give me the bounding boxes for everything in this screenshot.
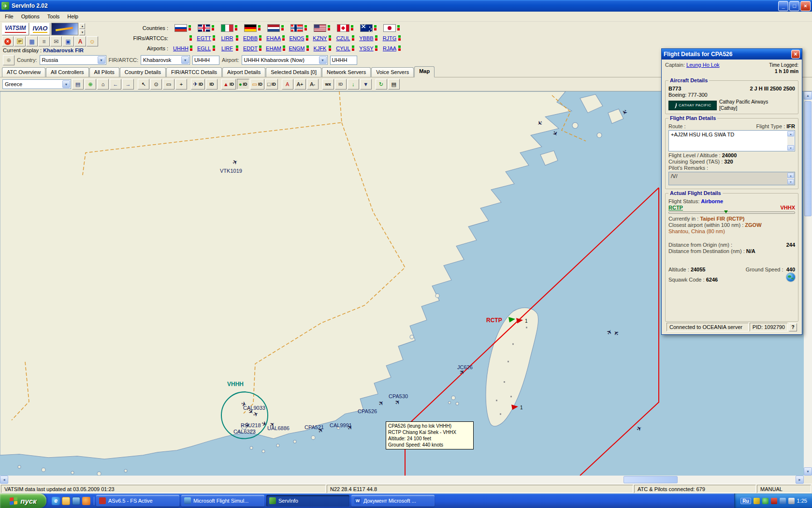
- tab-atc-overview[interactable]: ATC Overview: [2, 67, 45, 77]
- scroll-right-button[interactable]: ►: [796, 476, 804, 484]
- monitor-button[interactable]: ▣: [62, 36, 74, 46]
- menu-help[interactable]: Help: [63, 12, 82, 21]
- help-button[interactable]: ?: [789, 323, 797, 331]
- world-button[interactable]: ⊕: [85, 79, 96, 90]
- captain-link[interactable]: Leung Ho Lok: [686, 62, 720, 68]
- uir-id-button[interactable]: □ID: [265, 79, 278, 90]
- taskbar-task-word[interactable]: W Документ Microsoft ...: [351, 495, 435, 507]
- properties-button[interactable]: ▤: [388, 79, 400, 90]
- fir-link-ehaa[interactable]: EHAA: [266, 35, 281, 41]
- menu-options[interactable]: Options: [17, 12, 44, 21]
- scroll-up-button[interactable]: ▲: [804, 91, 812, 100]
- airport-link-rjaa[interactable]: RJAA: [382, 45, 397, 51]
- download-button[interactable]: ↓: [348, 79, 359, 90]
- home-button[interactable]: ⌂: [97, 79, 109, 90]
- forward-button[interactable]: →: [122, 79, 134, 90]
- aircraft-label[interactable]: RSU218: [241, 422, 261, 428]
- scroll-left-button[interactable]: ◄: [0, 476, 8, 484]
- airport-link-lirf[interactable]: LIRF: [220, 45, 234, 51]
- list-button[interactable]: ≡: [38, 36, 50, 46]
- taskbar-task-servinfo[interactable]: ServInfo: [266, 495, 349, 507]
- aircraft-label[interactable]: CAL9033: [243, 405, 265, 411]
- country-netherlands[interactable]: [264, 24, 287, 32]
- atc-id-button[interactable]: ▲ID: [221, 79, 236, 90]
- pan-button[interactable]: +: [175, 79, 187, 90]
- fir-link-enos[interactable]: ENOS: [289, 35, 304, 41]
- id-gray-button[interactable]: ID: [335, 79, 347, 90]
- font-decrease-button[interactable]: A-: [307, 79, 319, 90]
- airport-link-kjfk[interactable]: KJFK: [313, 45, 327, 51]
- scroll-down-button[interactable]: ▼: [787, 145, 794, 150]
- aircraft-label[interactable]: CAL6323: [233, 429, 256, 434]
- airport-link-uhhh[interactable]: UHHH: [173, 45, 188, 51]
- fir-id-button[interactable]: ●ID: [237, 79, 249, 90]
- taskbar-task-fs[interactable]: Microsoft Flight Simul...: [181, 495, 264, 507]
- airport-link-eddt[interactable]: EDDT: [243, 45, 258, 51]
- filter-button[interactable]: ▼: [360, 79, 372, 90]
- spin-up-button[interactable]: ▲: [79, 23, 85, 29]
- fir-label-rctp[interactable]: RCTP: [486, 317, 502, 324]
- airport-id-button[interactable]: ▭ID: [250, 79, 264, 90]
- vertical-scroll-thumb[interactable]: [804, 101, 812, 216]
- back-button[interactable]: ←: [110, 79, 121, 90]
- start-button[interactable]: пуск: [0, 493, 46, 508]
- id-button[interactable]: ID: [206, 79, 218, 90]
- remarks-box[interactable]: /V/ ▲ ▼: [668, 172, 795, 185]
- region-select[interactable]: Greece ▼: [2, 79, 71, 89]
- airport-link-engm[interactable]: ENGM: [289, 45, 305, 51]
- fir-link-rjtg[interactable]: RJTG: [382, 35, 397, 41]
- tray-icon-1[interactable]: [754, 498, 760, 504]
- airport-link-yssy[interactable]: YSSY: [359, 45, 374, 51]
- disconnect-button[interactable]: ×: [2, 36, 14, 46]
- font-search-button[interactable]: A: [74, 36, 86, 46]
- fir-link-ybbb[interactable]: YBBB: [359, 35, 374, 41]
- fir-link-edbb[interactable]: EDBB: [243, 35, 258, 41]
- horizontal-scroll-thumb[interactable]: [624, 476, 678, 483]
- folder-icon[interactable]: [62, 497, 70, 505]
- tab-all-pilots[interactable]: All Pilots: [89, 67, 119, 77]
- airport-select[interactable]: UHHH Khabarovsk (Now) ▼: [242, 55, 328, 65]
- country-norway[interactable]: [287, 24, 310, 32]
- country-canada[interactable]: [334, 24, 357, 32]
- tab-selected-details[interactable]: Selected Details [0]: [266, 67, 321, 77]
- spin-down-button[interactable]: ▼: [79, 30, 85, 35]
- fir-link-egtt[interactable]: EGTT: [197, 35, 211, 41]
- aircraft-label[interactable]: CPA521: [304, 424, 324, 430]
- country-italy[interactable]: [218, 24, 241, 32]
- country-germany[interactable]: [241, 24, 264, 32]
- language-indicator[interactable]: Ru: [740, 498, 751, 504]
- ivao-logo-button[interactable]: IVAO: [30, 23, 51, 35]
- airport-link-eham[interactable]: EHAM: [266, 45, 281, 51]
- tray-icon-5[interactable]: [788, 498, 795, 504]
- fir-select[interactable]: Khabarovsk ▼: [141, 55, 190, 65]
- flight-panel-close-button[interactable]: ×: [791, 50, 800, 59]
- menu-file[interactable]: File: [1, 12, 17, 21]
- taskbar-task-asv[interactable]: ASv6.5 - FS Active: [96, 495, 179, 507]
- country-japan[interactable]: [380, 24, 403, 32]
- chat-button[interactable]: ✉: [50, 36, 62, 46]
- globe-locate-icon[interactable]: [786, 273, 795, 282]
- aircraft-label[interactable]: UAL6886: [267, 425, 290, 431]
- scroll-up-button[interactable]: ▲: [787, 173, 794, 178]
- aircraft-label[interactable]: CPA526: [358, 408, 377, 414]
- close-button[interactable]: ×: [800, 1, 811, 11]
- tab-map[interactable]: Map: [414, 66, 435, 77]
- map-horizontal-scrollbar[interactable]: ◄ ►: [0, 476, 804, 484]
- country-uk[interactable]: [194, 24, 218, 32]
- airport-label-vhhh[interactable]: VHHH: [227, 381, 244, 388]
- tab-airport-details[interactable]: Airport Details: [222, 67, 265, 77]
- origin-airport-link[interactable]: RCTP: [668, 205, 683, 210]
- aircraft-label[interactable]: JC626: [457, 364, 473, 370]
- airport-link-cyul[interactable]: CYUL: [336, 45, 350, 51]
- tray-icon-4[interactable]: [780, 498, 786, 504]
- minimize-button[interactable]: _: [778, 1, 788, 11]
- aircraft-label[interactable]: CAL9991: [330, 422, 352, 428]
- zoom-button[interactable]: ⊙: [150, 79, 162, 90]
- vatsim-logo-button[interactable]: VATSIM: [2, 23, 29, 35]
- scroll-up-button[interactable]: ▲: [787, 131, 794, 136]
- ip-button[interactable]: IP: [14, 36, 26, 46]
- fir-link-kzny[interactable]: KZNY: [313, 35, 327, 41]
- grid-button[interactable]: ▦: [26, 36, 38, 46]
- smiley-button[interactable]: ☺: [87, 36, 98, 46]
- plane-id-button[interactable]: ✈ID: [191, 79, 205, 90]
